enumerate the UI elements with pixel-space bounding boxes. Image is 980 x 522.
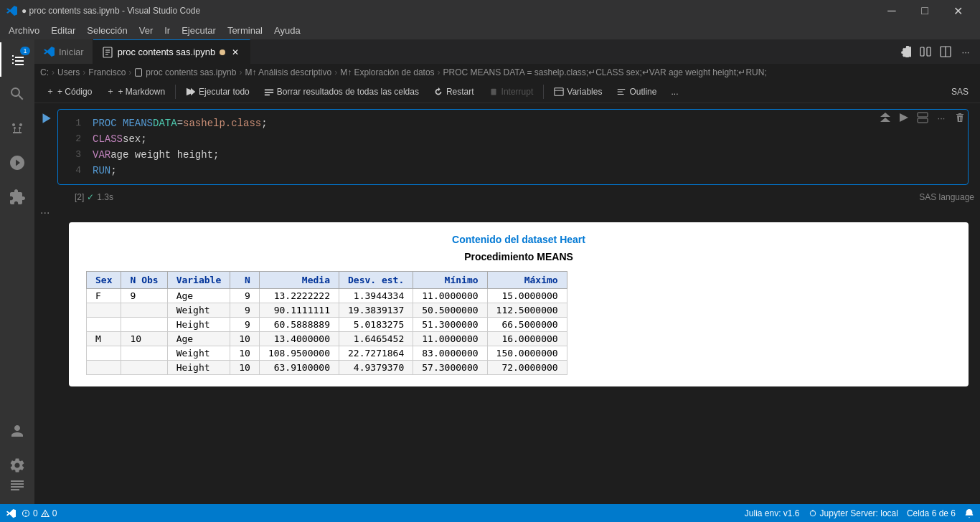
menu-ayuda[interactable]: Ayuda: [268, 22, 306, 39]
add-code-button[interactable]: ＋ + Código: [40, 83, 98, 100]
table-cell: 5.0183275: [339, 318, 413, 332]
cell-toolbar: ···: [877, 109, 969, 126]
julia-env-status[interactable]: Julia env: v1.6: [745, 508, 800, 518]
minimize-button[interactable]: ─: [875, 0, 908, 22]
code-cell[interactable]: 1 PROC MEANS DATA = sashelp.class ; 2 CL…: [57, 109, 969, 185]
execute-above-button[interactable]: [877, 109, 894, 126]
cell-info-label: Celda 6 de 6: [907, 508, 956, 518]
activity-explorer[interactable]: 1: [0, 42, 34, 77]
more-notebook-button[interactable]: ...: [665, 83, 684, 100]
layout-button[interactable]: [937, 43, 954, 60]
statusbar-right: Julia env: v1.6 Jupyter Server: local Ce…: [745, 508, 974, 518]
cell-status-right: SAS language: [919, 192, 974, 202]
vscode-status-icon: [6, 508, 16, 518]
table-cell: 9: [121, 289, 167, 303]
table-cell: 108.9500000: [259, 346, 339, 361]
add-markdown-button[interactable]: ＋ + Markdown: [100, 83, 171, 100]
table-cell: 9: [230, 318, 260, 332]
clear-icon: [264, 87, 274, 97]
svg-rect-5: [927, 47, 930, 56]
breadcrumb-m1[interactable]: M↑ Análisis descriptivo: [245, 67, 331, 77]
execute-cell-replace-button[interactable]: [895, 109, 913, 126]
svg-rect-15: [555, 87, 563, 95]
menu-archivo[interactable]: Archivo: [3, 22, 45, 39]
table-cell: 13.4000000: [259, 332, 339, 346]
menu-ver[interactable]: Ver: [133, 22, 159, 39]
tab-actions: ···: [897, 39, 980, 64]
split-editor-button[interactable]: [917, 43, 934, 60]
activity-run-debug[interactable]: [0, 146, 34, 180]
run-all-button[interactable]: Ejecutar todo: [180, 83, 255, 100]
activity-settings[interactable]: [0, 448, 34, 483]
table-cell: 9: [230, 289, 260, 303]
cell-status-left: [2] ✓ 1.3s: [75, 192, 113, 202]
menu-ir[interactable]: Ir: [159, 22, 176, 39]
modified-dot: [220, 49, 225, 55]
table-cell: 10: [230, 332, 260, 346]
table-cell: [121, 361, 167, 375]
activity-search[interactable]: [0, 77, 34, 111]
add-cell-dots[interactable]: ···: [34, 204, 980, 222]
breadcrumb-file[interactable]: proc contents sas.ipynb: [146, 67, 236, 77]
table-cell: Height: [167, 361, 230, 375]
activity-source-control[interactable]: [0, 111, 34, 146]
outline-label: Outline: [629, 87, 656, 97]
toolbar-sep-1: [175, 85, 176, 99]
content-area[interactable]: 1 PROC MEANS DATA = sashelp.class ; 2 CL…: [34, 103, 980, 504]
account-icon: [9, 422, 26, 440]
table-cell: 13.2222222: [259, 289, 339, 303]
maximize-button[interactable]: □: [908, 0, 941, 22]
more-icon: ...: [671, 87, 678, 97]
delete-cell-button[interactable]: [951, 109, 969, 126]
activity-account[interactable]: [0, 414, 34, 448]
cell-more-button[interactable]: ···: [933, 109, 950, 126]
svg-rect-24: [918, 113, 928, 117]
table-cell: Age: [167, 332, 230, 346]
interrupt-label: Interrupt: [501, 87, 534, 97]
toolbar-sep-2: [543, 85, 544, 99]
breadcrumb-francisco[interactable]: Francisco: [88, 67, 126, 77]
menu-seleccion[interactable]: Selección: [81, 22, 133, 39]
svg-marker-20: [43, 113, 51, 123]
error-count[interactable]: 0 0: [22, 508, 57, 518]
outline-button[interactable]: Outline: [611, 83, 662, 100]
split-cell-button[interactable]: [914, 109, 931, 126]
vscode-logo-status[interactable]: [6, 508, 16, 518]
svg-rect-4: [920, 47, 924, 56]
sas-button[interactable]: SAS: [946, 83, 974, 100]
tab-close-button[interactable]: ✕: [230, 47, 241, 58]
col-media: Media: [259, 272, 339, 289]
table-cell: [87, 346, 121, 361]
menu-ejecutar[interactable]: Ejecutar: [176, 22, 222, 39]
clear-all-button[interactable]: Borrar resultados de todas las celdas: [258, 83, 425, 100]
svg-rect-13: [265, 94, 270, 95]
statusbar-left: 0 0: [6, 508, 57, 518]
breadcrumb-c[interactable]: C:: [40, 67, 49, 77]
tab-iniciar[interactable]: Iniciar: [34, 39, 93, 64]
svg-rect-25: [918, 118, 928, 123]
breadcrumb-code[interactable]: PROC MEANS DATA = sashelp.class;↵CLASS s…: [443, 67, 767, 77]
breadcrumb-users[interactable]: Users: [57, 67, 80, 77]
menu-terminal[interactable]: Terminal: [222, 22, 268, 39]
restart-button[interactable]: Restart: [428, 83, 480, 100]
restart-icon: [433, 87, 443, 97]
cell-info-status[interactable]: Celda 6 de 6: [907, 508, 956, 518]
run-cell-button[interactable]: [34, 109, 57, 125]
svg-rect-11: [265, 89, 273, 90]
notification-bell[interactable]: [964, 508, 974, 518]
table-cell: 1.3944334: [339, 289, 413, 303]
jupyter-server-status[interactable]: Jupyter Server: local: [809, 508, 898, 518]
activity-extensions[interactable]: [0, 180, 34, 214]
menu-editar[interactable]: Editar: [45, 22, 81, 39]
toolbar-right: SAS: [946, 83, 974, 100]
titlebar-left: ● proc contents sas.ipynb - Visual Studi…: [6, 5, 200, 16]
breadcrumb: C: › Users › Francisco › proc contents s…: [34, 65, 980, 80]
more-actions-button[interactable]: ···: [957, 43, 974, 60]
close-button[interactable]: ✕: [941, 0, 974, 22]
variables-button[interactable]: Variables: [548, 83, 608, 100]
settings-gear-button[interactable]: [897, 43, 914, 60]
breadcrumb-m2[interactable]: M↑ Exploración de datos: [340, 67, 434, 77]
tab-proc-contents[interactable]: proc contents sas.ipynb ✕: [93, 39, 251, 64]
table-cell: 1.6465452: [339, 332, 413, 346]
table-cell: 4.9379370: [339, 361, 413, 375]
